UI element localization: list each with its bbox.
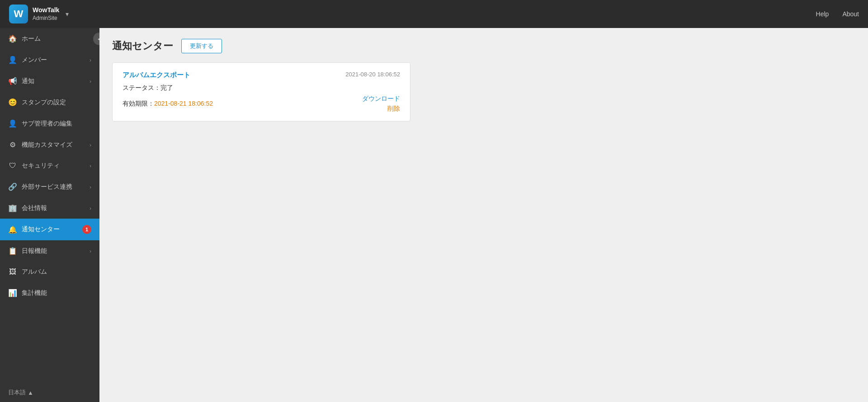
customize-icon: ⚙	[8, 140, 17, 149]
sidebar-label-sub-admin: サブ管理者の編集	[22, 120, 91, 128]
topbar-right: Help About	[816, 10, 859, 18]
company-icon: 🏢	[8, 204, 17, 212]
card-expiry-row: 有効期限：2021-08-21 18:06:52 ダウンロード 削除	[123, 95, 400, 113]
analytics-icon: 📊	[8, 289, 17, 297]
language-label: 日本語	[8, 388, 26, 397]
card-status: ステータス：完了	[123, 84, 400, 92]
sidebar-item-home[interactable]: 🏠ホーム	[0, 28, 99, 49]
album-icon: 🖼	[8, 268, 17, 276]
logo-line1: WowTalk	[33, 6, 59, 15]
card-title[interactable]: アルバムエクスポート	[123, 71, 190, 79]
sidebar-label-daily-report: 日報機能	[22, 247, 90, 255]
sidebar-label-customize: 機能カスタマイズ	[22, 141, 90, 149]
sidebar-item-notification-center[interactable]: 🔔通知センター1	[0, 219, 99, 240]
sidebar-label-analytics: 集計機能	[22, 289, 91, 297]
card-top-row: アルバムエクスポート 2021-08-20 18:06:52	[123, 71, 400, 79]
chevron-icon-customize: ›	[90, 142, 91, 148]
sidebar-badge-notification-center: 1	[82, 225, 91, 234]
sidebar-label-external: 外部サービス連携	[22, 183, 90, 191]
topbar: W WowTalk AdminSite ▾ Help About	[0, 0, 868, 28]
stamp-icon: 😊	[8, 98, 17, 107]
main-content: 通知センター 更新する アルバムエクスポート 2021-08-20 18:06:…	[99, 28, 868, 402]
daily-report-icon: 📋	[8, 247, 17, 255]
members-icon: 👤	[8, 56, 17, 64]
chevron-icon-security: ›	[90, 163, 91, 168]
chevron-icon-notice: ›	[90, 79, 91, 84]
sidebar-item-album[interactable]: 🖼アルバム	[0, 262, 99, 282]
language-selector[interactable]: 日本語 ▲	[0, 383, 99, 402]
notice-icon: 📢	[8, 77, 17, 85]
topbar-left: W WowTalk AdminSite ▾	[9, 5, 69, 23]
sidebar-label-notification-center: 通知センター	[22, 225, 80, 234]
sidebar-label-notice: 通知	[22, 77, 90, 85]
sidebar-item-analytics[interactable]: 📊集計機能	[0, 282, 99, 304]
language-arrow-icon: ▲	[28, 389, 33, 396]
delete-link[interactable]: 削除	[387, 105, 400, 113]
sidebar-label-security: セキュリティ	[22, 162, 90, 170]
sidebar: ◀ 🏠ホーム👤メンバー›📢通知›😊スタンプの設定👤サブ管理者の編集⚙機能カスタマ…	[0, 28, 99, 402]
chevron-icon-external: ›	[90, 184, 91, 190]
sidebar-label-stamp: スタンプの設定	[22, 98, 91, 107]
logo-icon: W	[9, 5, 28, 23]
layout: ◀ 🏠ホーム👤メンバー›📢通知›😊スタンプの設定👤サブ管理者の編集⚙機能カスタマ…	[0, 28, 868, 402]
notification-card: アルバムエクスポート 2021-08-20 18:06:52 ステータス：完了 …	[112, 62, 410, 122]
page-title: 通知センター	[112, 39, 173, 53]
expiry-prefix: 有効期限：	[123, 100, 154, 107]
logo-line2: AdminSite	[33, 14, 59, 22]
sidebar-item-members[interactable]: 👤メンバー›	[0, 49, 99, 70]
chevron-icon-daily-report: ›	[90, 248, 91, 254]
refresh-button[interactable]: 更新する	[181, 39, 222, 53]
card-expiry: 有効期限：2021-08-21 18:06:52	[123, 100, 213, 108]
sidebar-item-customize[interactable]: ⚙機能カスタマイズ›	[0, 134, 99, 155]
sidebar-item-sub-admin[interactable]: 👤サブ管理者の編集	[0, 113, 99, 134]
card-actions: ダウンロード 削除	[362, 95, 400, 113]
help-link[interactable]: Help	[816, 10, 829, 18]
sidebar-label-home: ホーム	[22, 35, 91, 43]
sidebar-label-album: アルバム	[22, 268, 91, 276]
about-link[interactable]: About	[842, 10, 859, 18]
sidebar-item-external[interactable]: 🔗外部サービス連携›	[0, 176, 99, 197]
card-timestamp: 2021-08-20 18:06:52	[345, 71, 400, 78]
notification-center-icon: 🔔	[8, 225, 17, 234]
sidebar-label-members: メンバー	[22, 56, 90, 64]
logo-dropdown-arrow[interactable]: ▾	[66, 10, 69, 18]
expiry-date: 2021-08-21 18:06:52	[154, 100, 213, 107]
sidebar-item-stamp[interactable]: 😊スタンプの設定	[0, 92, 99, 113]
page-header: 通知センター 更新する	[112, 39, 855, 53]
logo-text: WowTalk AdminSite	[33, 6, 59, 22]
sidebar-item-company[interactable]: 🏢会社情報›	[0, 197, 99, 219]
home-icon: 🏠	[8, 34, 17, 43]
external-icon: 🔗	[8, 182, 17, 191]
sidebar-item-security[interactable]: 🛡セキュリティ›	[0, 155, 99, 176]
sidebar-item-notice[interactable]: 📢通知›	[0, 70, 99, 92]
download-link[interactable]: ダウンロード	[362, 95, 400, 103]
chevron-icon-members: ›	[90, 57, 91, 63]
sidebar-item-daily-report[interactable]: 📋日報機能›	[0, 240, 99, 262]
sidebar-label-company: 会社情報	[22, 204, 90, 212]
security-icon: 🛡	[8, 162, 17, 170]
sub-admin-icon: 👤	[8, 119, 17, 128]
chevron-icon-company: ›	[90, 206, 91, 211]
